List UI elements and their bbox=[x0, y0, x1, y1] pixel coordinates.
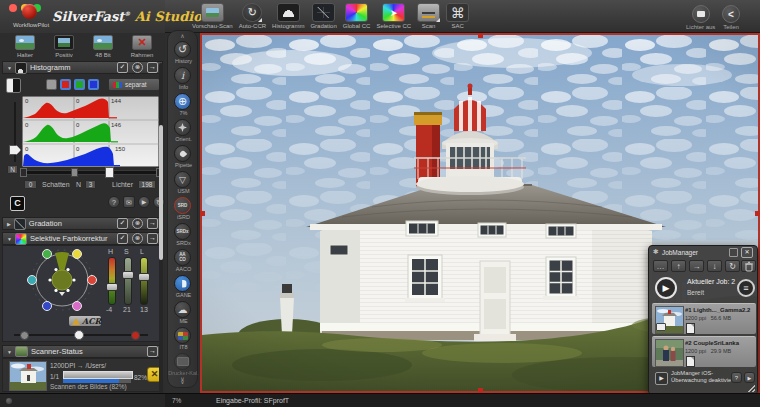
saturation-left-dot[interactable] bbox=[20, 331, 29, 340]
reset-icon[interactable]: ⊗ bbox=[132, 62, 143, 73]
sync-icon[interactable]: ↻ bbox=[725, 260, 740, 272]
job-row-1[interactable]: #1 Lighth..._Gamma2.2 1200 ppi 56.6 MB bbox=[652, 303, 756, 334]
footer-play-button[interactable]: ▶ bbox=[744, 372, 755, 383]
mail-button[interactable]: ✉ bbox=[123, 196, 135, 208]
play-button[interactable]: ▶ bbox=[138, 196, 150, 208]
share-button[interactable]: < Teilen bbox=[722, 5, 740, 30]
shadow-value-box[interactable]: 0 bbox=[24, 180, 37, 189]
zoom-tool-icon[interactable]: ⊕ bbox=[174, 93, 191, 110]
upload-icon[interactable]: ↑ bbox=[671, 260, 686, 272]
n-box[interactable]: N bbox=[7, 165, 18, 174]
gradation-panel-header[interactable]: ▶ Gradation ✓ ⊗ → bbox=[2, 217, 163, 230]
expand-icon[interactable]: ▶ bbox=[7, 221, 11, 227]
scroll-up-icon[interactable]: ∧ bbox=[168, 32, 197, 39]
mid-value-box[interactable]: 3 bbox=[85, 180, 96, 189]
lights-off-button[interactable]: Lichter aus bbox=[686, 5, 715, 30]
toolbar-selective-cc[interactable]: ➤ Selective CC bbox=[374, 2, 413, 30]
mode-rahmen[interactable]: ✕Rahmen bbox=[123, 35, 161, 58]
wheel-dot-yellow[interactable] bbox=[73, 250, 82, 259]
aaco-icon[interactable]: AACO bbox=[174, 249, 191, 266]
enable-checkbox[interactable]: ✓ bbox=[117, 62, 128, 73]
export-icon[interactable]: → bbox=[147, 218, 158, 229]
export-icon[interactable]: → bbox=[147, 346, 158, 357]
sat-slider-handle[interactable] bbox=[122, 271, 134, 279]
srdx-icon[interactable]: SRDx bbox=[174, 223, 191, 240]
gane-icon[interactable] bbox=[174, 275, 191, 292]
enable-checkbox[interactable]: ✓ bbox=[117, 233, 128, 244]
channel-red-button[interactable] bbox=[60, 79, 71, 90]
selective-panel-header[interactable]: ▼ Selektive Farbkorrektur ✓ ⊗ → bbox=[2, 232, 163, 245]
frame-handle-left[interactable] bbox=[200, 211, 205, 216]
toolbar-sac[interactable]: ⌘ SAC bbox=[444, 2, 471, 30]
midtone-slider-handle[interactable] bbox=[9, 145, 21, 155]
usm-icon[interactable]: ▽ bbox=[174, 171, 191, 188]
scanner-status-header[interactable]: ▼ Scanner-Status → bbox=[2, 345, 163, 358]
toolbar-gradation[interactable]: Gradation bbox=[308, 2, 338, 30]
channel-blue-button[interactable] bbox=[88, 79, 99, 90]
jobmanager-panel[interactable]: ✱ JobManager ✕ … ↑ → ↓ ↻ ▶ Aktueller Job… bbox=[648, 245, 758, 395]
histogram-display[interactable]: 0 0 144 0 0 146 0 0 15 bbox=[22, 96, 159, 167]
start-job-button[interactable]: ▶ bbox=[655, 277, 677, 299]
wheel-dot-magenta[interactable] bbox=[73, 302, 82, 311]
wheel-dot-green[interactable] bbox=[43, 250, 52, 259]
saturation-right-dot[interactable] bbox=[131, 331, 140, 340]
job-settings-button[interactable]: ≡ bbox=[737, 279, 755, 297]
close-window-button[interactable] bbox=[9, 4, 17, 12]
info-icon[interactable]: i bbox=[174, 67, 191, 84]
cast-removal-button[interactable]: C bbox=[10, 196, 25, 211]
download-icon[interactable]: ↓ bbox=[707, 260, 722, 272]
ios-monitor-icon[interactable]: ▶ bbox=[655, 372, 668, 385]
toolbar-scan[interactable]: Scan bbox=[415, 2, 442, 30]
gamma-slider-handle[interactable] bbox=[71, 168, 78, 177]
lum-slider-track[interactable] bbox=[140, 257, 148, 305]
hue-slider-track[interactable] bbox=[108, 257, 116, 305]
frame-handle-right[interactable] bbox=[755, 211, 760, 216]
workflowpilot-icon[interactable] bbox=[22, 4, 37, 19]
history-icon[interactable]: ↺ bbox=[174, 41, 191, 58]
me-cloud-icon[interactable]: ☁ bbox=[174, 301, 191, 318]
levels-slider-track[interactable] bbox=[22, 170, 161, 175]
it8-icon[interactable] bbox=[174, 327, 191, 344]
highlight-shadow-tool-icon[interactable] bbox=[6, 78, 21, 93]
collapse-icon[interactable]: ▼ bbox=[7, 236, 12, 242]
mode-48bit[interactable]: 48 Bit bbox=[84, 35, 122, 58]
toolbar-global-cc[interactable]: Global CC bbox=[341, 2, 373, 30]
restore-icon[interactable] bbox=[729, 248, 738, 257]
lum-slider-handle[interactable] bbox=[138, 273, 150, 281]
histogram-panel-header[interactable]: ▼ Histogramm ✓ ⊗ → bbox=[2, 61, 163, 74]
export-icon[interactable]: → bbox=[147, 62, 158, 73]
toolbar-vorschau-scan[interactable]: Vorschau-Scan bbox=[190, 2, 235, 30]
enable-checkbox[interactable]: ✓ bbox=[117, 218, 128, 229]
channel-green-button[interactable] bbox=[74, 79, 85, 90]
highlight-slider-handle[interactable] bbox=[105, 167, 114, 178]
acr-button[interactable]: ACR bbox=[68, 315, 102, 327]
mode-halter[interactable]: Halter bbox=[6, 35, 44, 58]
jobmanager-titlebar[interactable]: ✱ JobManager ✕ bbox=[649, 246, 757, 258]
orientation-icon[interactable] bbox=[174, 119, 191, 136]
sat-slider-track[interactable] bbox=[124, 257, 132, 305]
printer-calibration-icon[interactable] bbox=[174, 353, 191, 370]
reset-icon[interactable]: ⊗ bbox=[132, 233, 143, 244]
panel-scrollbar-thumb[interactable] bbox=[159, 125, 163, 260]
export-icon[interactable]: → bbox=[147, 233, 158, 244]
wheel-dot-cyan[interactable] bbox=[28, 276, 37, 285]
wheel-dot-blue[interactable] bbox=[43, 302, 52, 311]
isrd-icon[interactable]: SRD bbox=[174, 197, 191, 214]
status-dot-icon[interactable] bbox=[6, 398, 12, 404]
histogram-view-dropdown[interactable]: separat bbox=[108, 78, 160, 91]
close-icon[interactable]: ✕ bbox=[741, 247, 753, 258]
reset-icon[interactable]: ⊗ bbox=[132, 218, 143, 229]
hue-slider-handle[interactable] bbox=[106, 283, 118, 291]
collapse-icon[interactable]: ▼ bbox=[7, 65, 12, 71]
help-button[interactable]: ? bbox=[108, 196, 120, 208]
wheel-dot-red[interactable] bbox=[88, 276, 97, 285]
toolbar-histogramm[interactable]: Histogramm bbox=[270, 2, 306, 30]
add-job-icon[interactable]: → bbox=[689, 260, 704, 272]
channel-gray-button[interactable] bbox=[46, 79, 57, 90]
collapse-icon[interactable]: ▼ bbox=[7, 349, 12, 355]
color-wheel[interactable] bbox=[10, 246, 114, 314]
frame-handle-top[interactable] bbox=[478, 33, 483, 38]
resize-grip[interactable] bbox=[745, 382, 755, 392]
mode-positiv[interactable]: Positiv bbox=[45, 35, 83, 58]
more-jobs-icon[interactable]: … bbox=[653, 260, 668, 272]
